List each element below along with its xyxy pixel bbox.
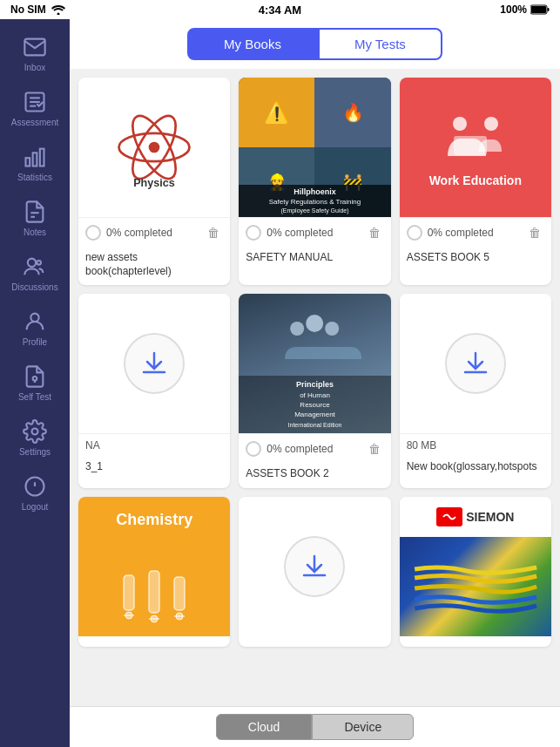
3-1-progress-text: NA xyxy=(85,439,223,452)
svg-point-30 xyxy=(325,322,339,336)
book-card-safety[interactable]: ⚠️ 🔥 👷 🚧 Hillphoenix Safety Regulations … xyxy=(239,78,390,285)
book-cover-hr: Principles of Human Resource Management … xyxy=(239,294,390,433)
siemon-logo-icon xyxy=(441,511,458,523)
svg-point-16 xyxy=(33,377,37,381)
book-cover-physics: Physics xyxy=(78,78,230,217)
svg-point-26 xyxy=(484,117,498,131)
svg-rect-33 xyxy=(174,577,185,610)
sidebar-item-profile[interactable]: Profile xyxy=(0,301,70,356)
content-area: My Books My Tests Physics xyxy=(70,19,560,747)
safety-trash-btn[interactable]: 🗑 xyxy=(365,223,384,242)
sidebar-label-logout: Logout xyxy=(22,502,49,512)
svg-point-29 xyxy=(306,315,323,332)
book-card-3-1[interactable]: NA 3_1 xyxy=(78,294,230,488)
book-cover-chemistry: Chemistry xyxy=(78,497,230,636)
physics-trash-btn[interactable]: 🗑 xyxy=(204,223,223,242)
sidebar-item-logout[interactable]: Logout xyxy=(0,465,70,520)
sidebar-label-assessment: Assessment xyxy=(11,118,58,127)
download-icon-new xyxy=(445,333,506,394)
work-edu-progress-text: 0% completed xyxy=(428,227,520,239)
download-icon-3 xyxy=(299,551,330,582)
chemistry-title xyxy=(78,636,230,647)
atom-icon: Physics xyxy=(115,104,193,191)
wifi-icon xyxy=(51,4,65,15)
svg-point-0 xyxy=(57,13,59,16)
book-cover-unknown xyxy=(239,497,390,636)
svg-point-23 xyxy=(149,142,160,153)
new-title: New book(glossary,hotspots xyxy=(400,457,551,481)
sidebar-item-selftest[interactable]: Self Test xyxy=(0,356,70,411)
hr-progress-row: 0% completed 🗑 xyxy=(239,433,390,464)
books-grid: Physics 0% completed 🗑 new assets book(c… xyxy=(70,69,560,706)
download-icon-3-1 xyxy=(124,333,185,394)
svg-point-13 xyxy=(28,259,36,267)
book-card-chemistry[interactable]: Chemistry xyxy=(78,497,230,647)
download-icon xyxy=(138,348,170,379)
svg-point-25 xyxy=(453,117,467,131)
svg-rect-8 xyxy=(26,158,30,166)
3-1-progress-row: NA xyxy=(78,433,230,457)
chemistry-cover-text: Chemistry xyxy=(116,511,192,529)
svg-point-37 xyxy=(125,612,132,619)
svg-rect-10 xyxy=(40,149,44,166)
book-card-new[interactable]: 80 MB New book(glossary,hotspots xyxy=(400,294,551,488)
work-edu-progress-circle xyxy=(407,225,422,241)
sidebar-item-inbox[interactable]: Inbox xyxy=(0,26,70,81)
safety-progress-circle xyxy=(246,225,261,241)
book-cover-3-1 xyxy=(78,294,230,433)
download-icon-2 xyxy=(460,348,491,379)
book-card-hr[interactable]: Principles of Human Resource Management … xyxy=(239,294,390,488)
sidebar-label-discussions: Discussions xyxy=(11,282,57,292)
status-bar: No SIM 4:34 AM 100% xyxy=(0,0,560,19)
sidebar-item-settings[interactable]: Settings xyxy=(0,411,70,465)
sidebar-item-discussions[interactable]: Discussions xyxy=(0,246,70,301)
sidebar-item-statistics[interactable]: Statistics xyxy=(0,136,70,191)
top-tabs: My Books My Tests xyxy=(70,19,560,69)
work-edu-text: Work Education xyxy=(422,173,529,187)
carrier-label: No SIM xyxy=(10,3,46,16)
sidebar-label-selftest: Self Test xyxy=(18,392,51,402)
sidebar-label-notes: Notes xyxy=(24,227,46,237)
time-label: 4:34 AM xyxy=(259,3,301,17)
battery-icon xyxy=(530,4,550,15)
unknown-title xyxy=(239,636,390,647)
work-edu-icon xyxy=(441,108,510,165)
safety-progress-text: 0% completed xyxy=(267,227,359,239)
tab-my-tests[interactable]: My Tests xyxy=(318,28,442,60)
new-progress-row: 80 MB xyxy=(400,433,551,457)
cables-icon xyxy=(400,552,551,621)
work-edu-trash-btn[interactable]: 🗑 xyxy=(525,223,544,242)
book-cover-work-edu: Work Education xyxy=(400,78,551,217)
app-container: Inbox Assessment Statistics xyxy=(0,19,560,747)
book-card-unknown[interactable] xyxy=(239,497,390,647)
svg-point-18 xyxy=(32,429,38,435)
svg-rect-2 xyxy=(548,8,550,11)
svg-point-38 xyxy=(151,615,158,622)
new-progress-text: 80 MB xyxy=(407,439,544,452)
hr-progress-text: 0% completed xyxy=(267,443,359,455)
device-btn[interactable]: Device xyxy=(312,714,414,740)
svg-rect-31 xyxy=(124,575,134,610)
download-icon-unknown xyxy=(284,536,345,597)
work-edu-progress-row: 0% completed 🗑 xyxy=(400,217,551,248)
book-cover-safety: ⚠️ 🔥 👷 🚧 Hillphoenix Safety Regulations … xyxy=(239,78,390,217)
cloud-btn[interactable]: Cloud xyxy=(216,714,313,740)
safety-title: SAFETY MANUAL xyxy=(239,248,390,272)
svg-point-39 xyxy=(176,613,183,620)
book-card-physics[interactable]: Physics 0% completed 🗑 new assets book(c… xyxy=(78,78,230,285)
book-card-work-edu[interactable]: Work Education 0% completed 🗑 ASSETS BOO… xyxy=(400,78,551,285)
3-1-title: 3_1 xyxy=(78,457,230,481)
hr-title: ASSETS BOOK 2 xyxy=(239,464,390,488)
siemon-title xyxy=(400,636,551,647)
sidebar-item-notes[interactable]: Notes xyxy=(0,191,70,246)
tab-my-books[interactable]: My Books xyxy=(187,28,318,60)
book-cover-siemon: SIEMON xyxy=(400,497,551,636)
sidebar-label-settings: Settings xyxy=(19,447,51,457)
physics-progress-circle xyxy=(85,225,101,241)
hr-trash-btn[interactable]: 🗑 xyxy=(365,439,384,458)
battery-label: 100% xyxy=(500,3,527,16)
book-card-siemon[interactable]: SIEMON xyxy=(400,497,551,647)
safety-progress-row: 0% completed 🗑 xyxy=(239,217,390,248)
physics-progress-row: 0% completed 🗑 xyxy=(78,217,230,248)
sidebar-item-assessment[interactable]: Assessment xyxy=(0,81,70,136)
